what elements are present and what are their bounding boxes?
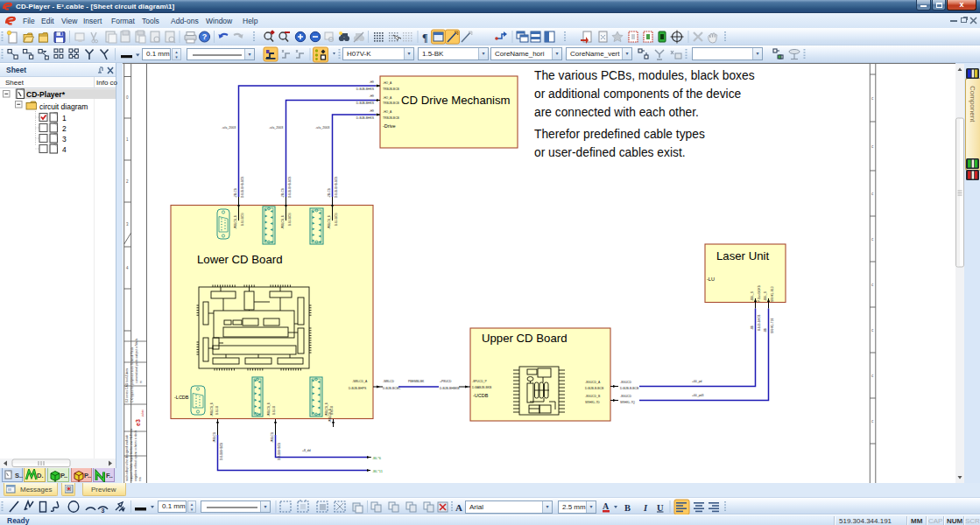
svg-text:-H9: -H9 xyxy=(370,80,375,84)
svg-text:-28LCB: -28LCB xyxy=(234,188,237,198)
svg-text:D-BJB-BHB-BCB: D-BJB-BHB-BCB xyxy=(335,177,338,198)
svg-text:TRBJB-BCB: TRBJB-BCB xyxy=(383,116,400,120)
svg-text:-8GUCD_A: -8GUCD_A xyxy=(585,381,601,384)
svg-text:-HO_A: -HO_A xyxy=(383,110,392,114)
svg-text:SRHKL-7Q: SRHKL-7Q xyxy=(620,401,635,404)
svg-text:nach adapt a the designed and: nach adapt a the designed and sub xyxy=(125,435,129,481)
svg-text:A: A xyxy=(603,501,610,511)
svg-text:A: A xyxy=(455,502,462,513)
svg-text:-W8LCB: -W8LCB xyxy=(213,432,216,443)
svg-text:-u/a_2003: -u/a_2003 xyxy=(315,126,329,130)
svg-text:D-BJB-BHPS: D-BJB-BHPS xyxy=(349,387,367,390)
svg-text:support fehlts. hyperlamba ans: support fehlts. hyperlamba ans Hoffman xyxy=(130,429,133,481)
svg-text:-BL*6: -BL*6 xyxy=(372,456,382,460)
svg-text:D-BJB-BHBKB: D-BJB-BHBKB xyxy=(440,387,460,390)
svg-text:D-BJB-BHB-BCB: D-BJB-BHB-BCB xyxy=(288,177,292,198)
svg-text:-Drive: -Drive xyxy=(383,123,396,129)
svg-text:?: ? xyxy=(202,32,208,41)
svg-text:or additional components of th: or additional components of the device xyxy=(534,88,742,101)
svg-text:-W8LCD: -W8LCD xyxy=(383,380,395,383)
svg-text:-LU: -LU xyxy=(707,276,715,282)
svg-text:CD Drive Mechanism: CD Drive Mechanism xyxy=(401,94,511,107)
svg-text:-88: -88 xyxy=(764,328,767,332)
svg-text:D-BJB-BHKS: D-BJB-BHKS xyxy=(356,88,375,91)
svg-text:The various PCBs, modules, bla: The various PCBs, modules, black boxes xyxy=(534,69,755,82)
svg-text:B-BJ-8: B-BJ-8 xyxy=(330,406,334,415)
svg-text:-8GUCD: -8GUCD xyxy=(620,395,632,398)
svg-text:TRBJB-BCB: TRBJB-BCB xyxy=(383,88,400,91)
svg-text:-BL*11: -BL*11 xyxy=(372,469,384,473)
svg-text:1: 1 xyxy=(62,114,67,122)
svg-text:-UCDB: -UCDB xyxy=(473,393,489,398)
svg-text:8-BJB-BHC8: 8-BJB-BHC8 xyxy=(758,315,761,331)
svg-text:-W8LCB_8: -W8LCB_8 xyxy=(328,215,331,229)
svg-text:-8PUCD_P: -8PUCD_P xyxy=(472,380,488,383)
svg-text:e3: e3 xyxy=(135,419,141,426)
svg-text:ma: ma xyxy=(138,477,142,481)
svg-text:SRHKL-R13: SRHKL-R13 xyxy=(771,286,774,302)
svg-text:2: 2 xyxy=(62,124,67,133)
svg-text:-W8LCB_8: -W8LCB_8 xyxy=(325,402,328,416)
svg-text:B-BJ-BCB: B-BJ-BCB xyxy=(241,213,244,226)
svg-text:-W8LCB_8: -W8LCB_8 xyxy=(234,215,237,229)
svg-text:¶: ¶ xyxy=(422,32,427,44)
svg-text:+8_dd: +8_dd xyxy=(302,449,311,452)
svg-text:Laser Unit: Laser Unit xyxy=(716,249,769,262)
svg-text:PBEMBLBK: PBEMBLBK xyxy=(408,380,425,383)
svg-text:P-BawBtBKB: P-BawBtBKB xyxy=(758,285,761,302)
svg-text:-W8LCB: -W8LCB xyxy=(271,432,274,443)
svg-text:B-BJ-BCB: B-BJ-BCB xyxy=(335,213,338,226)
svg-text:are connected with each other.: are connected with each other. xyxy=(534,106,699,119)
svg-text:-HO_A: -HO_A xyxy=(383,96,392,100)
svg-text:D-BABJB-BKB: D-BABJB-BKB xyxy=(472,386,492,389)
svg-text:B-BJ-8: B-BJ-8 xyxy=(215,406,219,415)
svg-text:D-BJB-BCBC: D-BJB-BCBC xyxy=(383,387,401,390)
svg-text:-28LCB: -28LCB xyxy=(281,188,285,198)
svg-text:SRHKL-T18: SRHKL-T18 xyxy=(771,318,774,333)
svg-text:or user-defined cables exist.: or user-defined cables exist. xyxy=(534,146,686,159)
svg-text:D-BJB-BHKS: D-BJB-BHKS xyxy=(356,116,375,120)
svg-text:-8GL_S: -8GL_S xyxy=(751,291,754,301)
svg-text:-8GUCD: -8GUCD xyxy=(620,381,632,384)
svg-text:Therefor predefined cable type: Therefor predefined cable types xyxy=(534,128,705,141)
svg-text:D-BJB-B-BCB: D-BJB-B-BCB xyxy=(620,387,639,390)
svg-text:angaben relbact spans schams a: angaben relbact spans schams a abch xyxy=(134,430,137,481)
svg-text:Upper CD Board: Upper CD Board xyxy=(482,332,567,345)
svg-text:SRHKL-7D: SRHKL-7D xyxy=(585,401,600,404)
svg-text:-W8LCB_8: -W8LCB_8 xyxy=(210,402,214,416)
svg-text:+00_pd3: +00_pd3 xyxy=(692,394,703,397)
svg-text:TRBJB-BCB: TRBJB-BCB xyxy=(383,102,400,105)
svg-text:D-BJBBHBCB: D-BJBBHBCB xyxy=(278,443,281,460)
svg-text:-LCDB: -LCDB xyxy=(174,395,189,400)
svg-text:m: m xyxy=(139,381,143,383)
svg-text:-W8LCD_A: -W8LCD_A xyxy=(352,380,368,383)
svg-text:-H9: -H9 xyxy=(370,109,375,113)
svg-text:B-BJ-BCB: B-BJ-BCB xyxy=(288,213,292,226)
svg-text:-H9: -H9 xyxy=(370,94,375,98)
svg-text:-u/a_2003: -u/a_2003 xyxy=(269,126,283,130)
svg-text:CD-Player*: CD-Player* xyxy=(26,90,66,99)
svg-text:3: 3 xyxy=(62,135,67,144)
svg-text:+00_pd: +00_pd xyxy=(692,380,702,383)
svg-text:-HO_A: -HO_A xyxy=(383,81,392,85)
svg-text:conventional parts subject a N: conventional parts subject a Nach xyxy=(135,339,138,383)
svg-text:U: U xyxy=(657,503,664,513)
svg-text:I: I xyxy=(643,503,648,513)
svg-text:D-BJB-BHB-BCB: D-BJB-BHB-BCB xyxy=(241,177,244,198)
svg-text:zuken: zuken xyxy=(141,410,145,416)
svg-text:C 0 types for polymost tools S: C 0 types for polymost tools Schmid Flec… xyxy=(130,347,134,402)
svg-text:-88: -88 xyxy=(751,326,754,330)
svg-text:D-BJB-BHKS: D-BJB-BHKS xyxy=(356,102,375,105)
svg-text:circuit diagram: circuit diagram xyxy=(39,102,88,111)
svg-text:Lower CD Board: Lower CD Board xyxy=(197,253,282,266)
svg-text:+P8UCD: +P8UCD xyxy=(440,380,452,383)
svg-text:D-BJB-B-BCB: D-BJB-B-BCB xyxy=(585,387,604,390)
svg-text:E3 series CAD tool Zuken: E3 series CAD tool Zuken xyxy=(125,368,129,402)
svg-text:-u/a_2003: -u/a_2003 xyxy=(222,126,236,130)
svg-text:3: 3 xyxy=(102,508,105,514)
svg-text:-8GUCD_B: -8GUCD_B xyxy=(585,395,601,398)
svg-text:B: B xyxy=(624,503,631,513)
svg-text:-28LCB: -28LCB xyxy=(328,188,331,198)
svg-text:D-BJBBHBCB: D-BJBBHBCB xyxy=(220,443,223,460)
svg-text:-8GL_S: -8GL_S xyxy=(764,291,767,301)
